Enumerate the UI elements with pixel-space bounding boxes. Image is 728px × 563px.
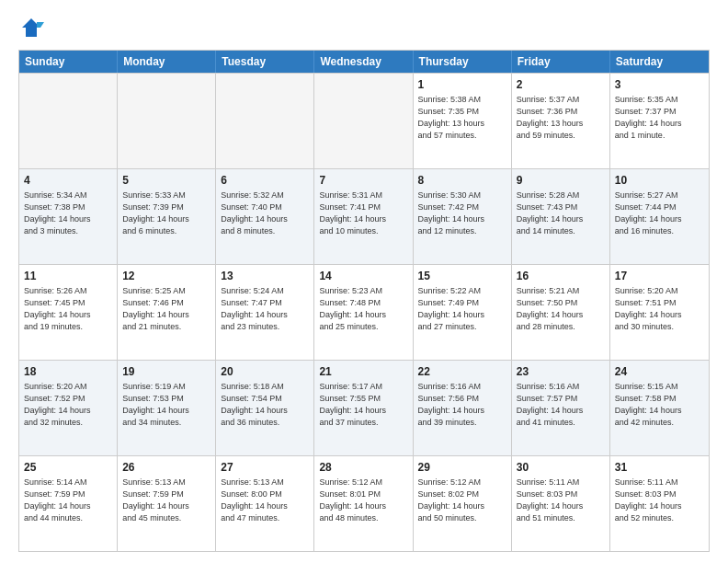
day-number: 28 [319, 460, 407, 475]
cal-cell-1-6: 2Sunrise: 5:37 AM Sunset: 7:36 PM Daylig… [512, 74, 610, 168]
calendar-row-2: 4Sunrise: 5:34 AM Sunset: 7:38 PM Daylig… [19, 168, 709, 264]
day-number: 4 [24, 173, 112, 188]
header-cell-monday: Monday [118, 51, 216, 73]
cal-cell-5-1: 25Sunrise: 5:14 AM Sunset: 7:59 PM Dayli… [19, 456, 118, 551]
day-number: 27 [221, 460, 309, 475]
cell-text: Sunrise: 5:30 AM Sunset: 7:42 PM Dayligh… [418, 190, 485, 235]
day-number: 3 [615, 77, 704, 92]
cell-text: Sunrise: 5:12 AM Sunset: 8:02 PM Dayligh… [418, 477, 485, 522]
cal-cell-3-5: 15Sunrise: 5:22 AM Sunset: 7:49 PM Dayli… [414, 265, 512, 360]
cal-cell-4-2: 19Sunrise: 5:19 AM Sunset: 7:53 PM Dayli… [118, 361, 216, 455]
cal-cell-1-4 [314, 74, 413, 168]
day-number: 12 [122, 269, 210, 283]
cell-text: Sunrise: 5:21 AM Sunset: 7:50 PM Dayligh… [517, 286, 584, 330]
day-number: 15 [418, 269, 506, 283]
cell-text: Sunrise: 5:20 AM Sunset: 7:51 PM Dayligh… [615, 286, 682, 330]
cal-cell-1-3 [216, 74, 314, 168]
day-number: 30 [517, 460, 605, 475]
cell-text: Sunrise: 5:18 AM Sunset: 7:54 PM Dayligh… [221, 382, 288, 426]
cell-text: Sunrise: 5:31 AM Sunset: 7:41 PM Dayligh… [319, 190, 386, 235]
cal-cell-3-3: 13Sunrise: 5:24 AM Sunset: 7:47 PM Dayli… [216, 265, 314, 360]
day-number: 25 [24, 460, 112, 475]
cell-text: Sunrise: 5:15 AM Sunset: 7:58 PM Dayligh… [615, 382, 682, 426]
cell-text: Sunrise: 5:11 AM Sunset: 8:03 PM Dayligh… [615, 477, 682, 522]
day-number: 6 [221, 173, 309, 188]
cal-cell-4-3: 20Sunrise: 5:18 AM Sunset: 7:54 PM Dayli… [216, 361, 314, 455]
cell-text: Sunrise: 5:12 AM Sunset: 8:01 PM Dayligh… [319, 477, 386, 522]
header [18, 15, 710, 40]
cell-text: Sunrise: 5:34 AM Sunset: 7:38 PM Dayligh… [24, 190, 91, 235]
cal-cell-4-4: 21Sunrise: 5:17 AM Sunset: 7:55 PM Dayli… [314, 361, 413, 455]
day-number: 1 [418, 77, 506, 92]
cal-cell-4-1: 18Sunrise: 5:20 AM Sunset: 7:52 PM Dayli… [19, 361, 118, 455]
svg-marker-1 [37, 22, 44, 28]
cal-cell-5-3: 27Sunrise: 5:13 AM Sunset: 8:00 PM Dayli… [216, 456, 314, 551]
cell-text: Sunrise: 5:27 AM Sunset: 7:44 PM Dayligh… [615, 190, 682, 235]
cal-cell-2-4: 7Sunrise: 5:31 AM Sunset: 7:41 PM Daylig… [314, 169, 413, 264]
cal-cell-2-6: 9Sunrise: 5:28 AM Sunset: 7:43 PM Daylig… [512, 169, 610, 264]
cal-cell-3-4: 14Sunrise: 5:23 AM Sunset: 7:48 PM Dayli… [314, 265, 413, 360]
cell-text: Sunrise: 5:37 AM Sunset: 7:36 PM Dayligh… [517, 95, 584, 139]
cell-text: Sunrise: 5:20 AM Sunset: 7:52 PM Dayligh… [24, 382, 91, 426]
cal-cell-2-3: 6Sunrise: 5:32 AM Sunset: 7:40 PM Daylig… [216, 169, 314, 264]
header-cell-saturday: Saturday [610, 51, 709, 73]
cell-text: Sunrise: 5:16 AM Sunset: 7:56 PM Dayligh… [418, 382, 485, 426]
header-cell-sunday: Sunday [19, 51, 118, 73]
cell-text: Sunrise: 5:35 AM Sunset: 7:37 PM Dayligh… [615, 95, 682, 139]
cal-cell-2-5: 8Sunrise: 5:30 AM Sunset: 7:42 PM Daylig… [414, 169, 512, 264]
cell-text: Sunrise: 5:38 AM Sunset: 7:35 PM Dayligh… [418, 95, 485, 139]
calendar: SundayMondayTuesdayWednesdayThursdayFrid… [18, 50, 710, 552]
cell-text: Sunrise: 5:26 AM Sunset: 7:45 PM Dayligh… [24, 286, 91, 330]
day-number: 20 [221, 364, 309, 379]
cell-text: Sunrise: 5:13 AM Sunset: 8:00 PM Dayligh… [221, 477, 288, 522]
logo-icon [18, 15, 44, 40]
calendar-body: 1Sunrise: 5:38 AM Sunset: 7:35 PM Daylig… [19, 73, 709, 551]
cell-text: Sunrise: 5:14 AM Sunset: 7:59 PM Dayligh… [24, 477, 91, 522]
day-number: 11 [24, 269, 112, 283]
cell-text: Sunrise: 5:11 AM Sunset: 8:03 PM Dayligh… [517, 477, 584, 522]
cal-cell-1-5: 1Sunrise: 5:38 AM Sunset: 7:35 PM Daylig… [414, 74, 512, 168]
header-cell-friday: Friday [512, 51, 610, 73]
day-number: 22 [418, 364, 506, 379]
cal-cell-5-6: 30Sunrise: 5:11 AM Sunset: 8:03 PM Dayli… [512, 456, 610, 551]
cal-cell-3-7: 17Sunrise: 5:20 AM Sunset: 7:51 PM Dayli… [610, 265, 709, 360]
day-number: 19 [122, 364, 210, 379]
cal-cell-3-2: 12Sunrise: 5:25 AM Sunset: 7:46 PM Dayli… [118, 265, 216, 360]
cal-cell-1-1 [19, 74, 118, 168]
day-number: 10 [615, 173, 704, 188]
cal-cell-1-7: 3Sunrise: 5:35 AM Sunset: 7:37 PM Daylig… [610, 74, 709, 168]
day-number: 16 [517, 269, 605, 283]
day-number: 31 [615, 460, 704, 475]
calendar-row-5: 25Sunrise: 5:14 AM Sunset: 7:59 PM Dayli… [19, 455, 709, 551]
logo [18, 15, 48, 40]
cal-cell-5-4: 28Sunrise: 5:12 AM Sunset: 8:01 PM Dayli… [314, 456, 413, 551]
page: SundayMondayTuesdayWednesdayThursdayFrid… [0, 0, 728, 563]
cal-cell-3-6: 16Sunrise: 5:21 AM Sunset: 7:50 PM Dayli… [512, 265, 610, 360]
cal-cell-5-7: 31Sunrise: 5:11 AM Sunset: 8:03 PM Dayli… [610, 456, 709, 551]
day-number: 18 [24, 364, 112, 379]
cell-text: Sunrise: 5:24 AM Sunset: 7:47 PM Dayligh… [221, 286, 288, 330]
cal-cell-5-2: 26Sunrise: 5:13 AM Sunset: 7:59 PM Dayli… [118, 456, 216, 551]
cell-text: Sunrise: 5:23 AM Sunset: 7:48 PM Dayligh… [319, 286, 386, 330]
cal-cell-2-2: 5Sunrise: 5:33 AM Sunset: 7:39 PM Daylig… [118, 169, 216, 264]
day-number: 7 [319, 173, 407, 188]
cell-text: Sunrise: 5:13 AM Sunset: 7:59 PM Dayligh… [122, 477, 189, 522]
cal-cell-3-1: 11Sunrise: 5:26 AM Sunset: 7:45 PM Dayli… [19, 265, 118, 360]
cell-text: Sunrise: 5:25 AM Sunset: 7:46 PM Dayligh… [122, 286, 189, 330]
cal-cell-2-7: 10Sunrise: 5:27 AM Sunset: 7:44 PM Dayli… [610, 169, 709, 264]
day-number: 29 [418, 460, 506, 475]
day-number: 21 [319, 364, 407, 379]
calendar-row-1: 1Sunrise: 5:38 AM Sunset: 7:35 PM Daylig… [19, 73, 709, 168]
cal-cell-4-6: 23Sunrise: 5:16 AM Sunset: 7:57 PM Dayli… [512, 361, 610, 455]
cell-text: Sunrise: 5:16 AM Sunset: 7:57 PM Dayligh… [517, 382, 584, 426]
cal-cell-5-5: 29Sunrise: 5:12 AM Sunset: 8:02 PM Dayli… [414, 456, 512, 551]
day-number: 2 [517, 77, 605, 92]
day-number: 26 [122, 460, 210, 475]
day-number: 5 [122, 173, 210, 188]
cell-text: Sunrise: 5:17 AM Sunset: 7:55 PM Dayligh… [319, 382, 386, 426]
cell-text: Sunrise: 5:28 AM Sunset: 7:43 PM Dayligh… [517, 190, 584, 235]
cell-text: Sunrise: 5:33 AM Sunset: 7:39 PM Dayligh… [122, 190, 189, 235]
calendar-header: SundayMondayTuesdayWednesdayThursdayFrid… [19, 51, 709, 73]
cal-cell-1-2 [118, 74, 216, 168]
day-number: 8 [418, 173, 506, 188]
